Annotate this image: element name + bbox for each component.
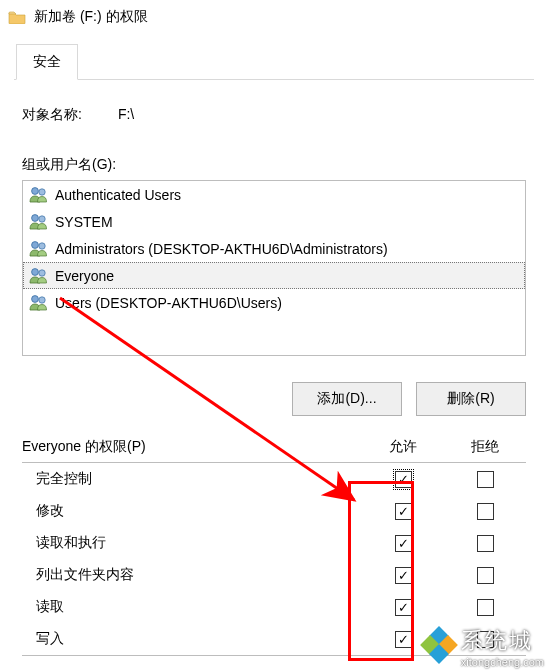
permission-row: 完全控制 [22, 463, 526, 495]
deny-checkbox[interactable] [477, 535, 494, 552]
watermark: 系统城 xitongcheng.com [425, 626, 544, 668]
allow-checkbox[interactable] [395, 567, 412, 584]
group-buttons-row: 添加(D)... 删除(R) [22, 382, 526, 416]
svg-point-2 [32, 214, 39, 221]
object-name-label: 对象名称: [22, 106, 82, 124]
allow-checkbox[interactable] [395, 471, 412, 488]
object-name-value: F:\ [118, 106, 134, 124]
list-item-label: Authenticated Users [55, 188, 181, 202]
permission-name: 完全控制 [36, 470, 362, 488]
list-item-label: Administrators (DESKTOP-AKTHU6D\Administ… [55, 242, 388, 256]
column-deny-header: 拒绝 [444, 438, 526, 456]
permission-name: 读取 [36, 598, 362, 616]
allow-checkbox[interactable] [395, 503, 412, 520]
permissions-label: Everyone 的权限(P) [22, 438, 362, 456]
deny-checkbox[interactable] [477, 567, 494, 584]
svg-point-5 [39, 242, 45, 248]
users-group-icon [29, 267, 49, 285]
remove-button[interactable]: 删除(R) [416, 382, 526, 416]
permission-name: 修改 [36, 502, 362, 520]
users-group-icon [29, 186, 49, 204]
window-title: 新加卷 (F:) 的权限 [34, 8, 148, 26]
permission-row: 读取和执行 [22, 527, 526, 559]
svg-point-9 [39, 296, 45, 302]
tab-security[interactable]: 安全 [16, 44, 78, 80]
users-group-icon [29, 213, 49, 231]
allow-checkbox[interactable] [395, 535, 412, 552]
list-item[interactable]: Authenticated Users [23, 181, 525, 208]
list-item[interactable]: SYSTEM [23, 208, 525, 235]
deny-checkbox[interactable] [477, 503, 494, 520]
svg-point-6 [32, 268, 39, 275]
svg-point-1 [39, 188, 45, 194]
groups-label: 组或用户名(G): [22, 156, 526, 174]
list-item-label: Users (DESKTOP-AKTHU6D\Users) [55, 296, 282, 310]
permission-row: 列出文件夹内容 [22, 559, 526, 591]
permission-row: 读取 [22, 591, 526, 623]
add-button[interactable]: 添加(D)... [292, 382, 402, 416]
permissions-header: Everyone 的权限(P) 允许 拒绝 [22, 438, 526, 456]
tab-strip: 安全 [14, 40, 534, 80]
watermark-url: xitongcheng.com [461, 656, 544, 668]
svg-point-0 [32, 187, 39, 194]
allow-checkbox[interactable] [395, 631, 412, 648]
svg-point-8 [32, 295, 39, 302]
allow-checkbox[interactable] [395, 599, 412, 616]
users-group-icon [29, 294, 49, 312]
titlebar: 新加卷 (F:) 的权限 [0, 0, 548, 34]
svg-point-3 [39, 215, 45, 221]
list-item-label: SYSTEM [55, 215, 113, 229]
watermark-logo [425, 632, 455, 662]
permission-name: 读取和执行 [36, 534, 362, 552]
svg-point-4 [32, 241, 39, 248]
svg-point-7 [39, 269, 45, 275]
list-item-label: Everyone [55, 269, 114, 283]
list-item[interactable]: Administrators (DESKTOP-AKTHU6D\Administ… [23, 235, 525, 262]
object-name-row: 对象名称: F:\ [22, 106, 526, 124]
groups-listbox[interactable]: Authenticated Users SYSTEM Administrator… [22, 180, 526, 356]
column-allow-header: 允许 [362, 438, 444, 456]
deny-checkbox[interactable] [477, 599, 494, 616]
deny-checkbox[interactable] [477, 471, 494, 488]
permission-name: 写入 [36, 630, 362, 648]
permission-row: 修改 [22, 495, 526, 527]
list-item[interactable]: Users (DESKTOP-AKTHU6D\Users) [23, 289, 525, 316]
watermark-brand: 系统城 [461, 626, 544, 656]
permission-name: 列出文件夹内容 [36, 566, 362, 584]
folder-icon [8, 10, 26, 24]
users-group-icon [29, 240, 49, 258]
list-item[interactable]: Everyone [23, 262, 525, 289]
